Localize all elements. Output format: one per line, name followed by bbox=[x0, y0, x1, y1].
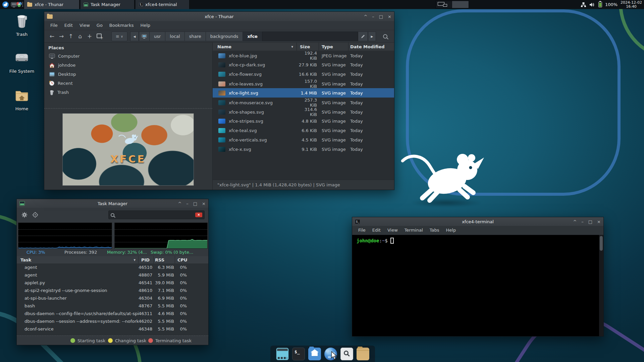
path-scroll-right-icon[interactable]: ▶ bbox=[368, 32, 376, 41]
scrollbar-thumb[interactable] bbox=[600, 236, 603, 251]
menu-item-help[interactable]: Help bbox=[443, 226, 460, 235]
breadcrumb-xfce[interactable]: xfce bbox=[243, 32, 262, 41]
place-desktop[interactable]: Desktop bbox=[44, 70, 212, 79]
dock-home-icon[interactable] bbox=[308, 348, 321, 360]
file-row-xfce-blue-jpg[interactable]: xfce-blue.jpg192.4 KiBJPEG imageToday bbox=[213, 51, 394, 60]
workspace-switcher[interactable] bbox=[435, 1, 469, 8]
close-icon[interactable]: × bbox=[202, 201, 206, 206]
column-header-name[interactable]: Name ▾ bbox=[213, 43, 297, 51]
process-row-at-spi2-registryd-use-gnome-se[interactable]: at-spi2-registryd --use-gnome-session486… bbox=[17, 287, 208, 294]
file-row-xfce-verticals-svg[interactable]: xfce-verticals.svg4.5 KiBSVG imageToday bbox=[213, 135, 394, 144]
close-icon[interactable]: × bbox=[597, 219, 601, 224]
file-row-xfce-mouserace-svg[interactable]: xfce-mouserace.svg257.3 KiBSVG imageToda… bbox=[213, 98, 394, 107]
dock-file-manager-icon[interactable] bbox=[357, 348, 369, 360]
maximize-icon[interactable]: □ bbox=[193, 201, 197, 206]
column-header-cpu[interactable]: CPU bbox=[175, 256, 208, 263]
taskbar-button-taskmanager[interactable]: Task Manager bbox=[80, 0, 135, 9]
process-row-at-spi-bus-launcher[interactable]: at-spi-bus-launcher463046.9 MiB0% bbox=[17, 294, 208, 302]
taskbar-button-thunar[interactable]: xfce - Thunar bbox=[24, 0, 79, 9]
file-row-xfce-teal-svg[interactable]: xfce-teal.svg6.6 KiBSVG imageToday bbox=[213, 126, 394, 135]
settings-launcher-icon[interactable] bbox=[15, 1, 22, 8]
process-row-dbus-daemon-config-file-usr-sh[interactable]: dbus-daemon --config-file=/usr/share/def… bbox=[17, 310, 208, 317]
breadcrumb-backgrounds[interactable]: backgrounds bbox=[206, 32, 243, 41]
terminal-screen[interactable]: john@doe : ~ $ bbox=[352, 235, 603, 336]
dock-search-icon[interactable] bbox=[340, 348, 353, 360]
process-row-dconf-service[interactable]: dconf-service463485.5 MiB0% bbox=[17, 325, 208, 333]
minimize-icon[interactable]: – bbox=[186, 201, 189, 206]
volume-icon[interactable] bbox=[589, 2, 595, 7]
file-row-xfce-stripes-svg[interactable]: xfce-stripes.svg4.8 KiBSVG imageToday bbox=[213, 116, 394, 126]
file-row-xfce-leaves-svg[interactable]: xfce-leaves.svg157.0 KiBSVG imageToday bbox=[213, 79, 394, 88]
gear-icon[interactable] bbox=[21, 212, 28, 218]
column-header-task[interactable]: Task ▾ bbox=[17, 256, 139, 263]
search-button[interactable] bbox=[379, 32, 391, 41]
target-icon[interactable] bbox=[32, 212, 38, 218]
dock-terminal-icon[interactable]: $_ bbox=[292, 348, 305, 360]
column-header-date[interactable]: Date Modified bbox=[348, 43, 394, 51]
up-icon[interactable]: ↑ bbox=[67, 33, 74, 40]
applications-menu-icon[interactable] bbox=[2, 1, 9, 8]
maximize-icon[interactable]: □ bbox=[379, 14, 383, 19]
menu-item-tabs[interactable]: Tabs bbox=[426, 226, 443, 235]
process-row-applet-py[interactable]: applet.py4654139.0 MiB0% bbox=[17, 279, 208, 287]
back-icon[interactable]: ← bbox=[48, 33, 56, 40]
process-search-field[interactable]: × bbox=[108, 210, 205, 219]
view-toggle-button[interactable]: ≡ ∨ bbox=[111, 32, 127, 41]
path-root-button[interactable] bbox=[139, 32, 150, 41]
rollup-icon[interactable]: ^ bbox=[178, 201, 181, 206]
menu-item-edit[interactable]: Edit bbox=[369, 226, 384, 235]
file-row-xfce-x-svg[interactable]: xfce-x.svg9.1 KiBSVG imageToday bbox=[213, 144, 394, 154]
terminal-scrollbar[interactable] bbox=[599, 235, 603, 336]
column-header-rss[interactable]: RSS bbox=[154, 256, 175, 263]
file-row-xfce-light-svg[interactable]: xfce-light.svg1.4 MiBSVG imageToday bbox=[213, 88, 394, 98]
new-tab-icon[interactable]: + bbox=[86, 33, 93, 40]
menu-item-go[interactable]: Go bbox=[93, 21, 106, 30]
menu-item-terminal[interactable]: Terminal bbox=[401, 226, 426, 235]
thunar-titlebar[interactable]: xfce - Thunar ^ – □ × bbox=[44, 12, 394, 21]
place-computer[interactable]: Computer bbox=[44, 52, 212, 61]
process-row-agent[interactable]: agent465106.3 MiB0% bbox=[17, 263, 208, 271]
place-trash[interactable]: Trash bbox=[44, 88, 212, 97]
workspace-1[interactable] bbox=[436, 1, 452, 8]
forward-icon[interactable]: → bbox=[58, 33, 65, 40]
desktop-icon-filesystem[interactable]: File System bbox=[4, 50, 39, 74]
workspace-2[interactable] bbox=[452, 1, 469, 8]
place-recent[interactable]: Recent bbox=[44, 79, 212, 88]
breadcrumb-share[interactable]: share bbox=[185, 32, 206, 41]
terminal-titlebar[interactable]: $_ xfce4-terminal ^ – □ × bbox=[352, 217, 603, 226]
menu-item-view[interactable]: View bbox=[76, 21, 93, 30]
taskbar-button-terminal[interactable]: $_ xfce4-terminal bbox=[136, 0, 190, 9]
edit-path-button[interactable] bbox=[358, 32, 368, 41]
menu-item-file[interactable]: File bbox=[355, 226, 369, 235]
process-row-agent[interactable]: agent488075.9 MiB0% bbox=[17, 271, 208, 279]
taskmanager-titlebar[interactable]: Task Manager ^ – □ × bbox=[17, 199, 208, 208]
process-row-dbus-daemon-session-address-sy[interactable]: dbus-daemon --session --address=systemd:… bbox=[17, 317, 208, 325]
rollup-icon[interactable]: ^ bbox=[573, 219, 577, 224]
dock-show-desktop-icon[interactable] bbox=[276, 348, 289, 360]
minimize-icon[interactable]: – bbox=[372, 14, 374, 19]
clear-search-icon[interactable]: × bbox=[195, 213, 202, 217]
place-home[interactable]: johndoe bbox=[44, 61, 212, 70]
panel-clock[interactable]: 2024-12-02 16:40 bbox=[621, 1, 642, 9]
search-input[interactable] bbox=[116, 213, 193, 218]
menu-item-file[interactable]: File bbox=[47, 21, 61, 30]
desktop-icon-trash[interactable]: Trash bbox=[4, 13, 39, 37]
network-icon[interactable] bbox=[581, 2, 586, 7]
breadcrumb-usr[interactable]: usr bbox=[150, 32, 165, 41]
breadcrumb-local[interactable]: local bbox=[165, 32, 184, 41]
menu-item-help[interactable]: Help bbox=[137, 21, 154, 30]
new-window-icon[interactable] bbox=[97, 34, 102, 38]
menu-item-bookmarks[interactable]: Bookmarks bbox=[106, 21, 137, 30]
home-icon[interactable]: ⌂ bbox=[76, 33, 84, 40]
battery-icon[interactable] bbox=[598, 2, 602, 7]
menu-item-view[interactable]: View bbox=[384, 226, 401, 235]
column-header-size[interactable]: Size bbox=[297, 43, 319, 51]
file-row-xfce-flower-svg[interactable]: xfce-flower.svg16.6 KiBSVG imageToday bbox=[213, 69, 394, 79]
menu-item-edit[interactable]: Edit bbox=[61, 21, 76, 30]
column-header-pid[interactable]: PID bbox=[139, 256, 154, 263]
file-row-xfce-shapes-svg[interactable]: xfce-shapes.svg314.6 KiBSVG imageToday bbox=[213, 107, 394, 116]
path-bar-filler[interactable] bbox=[262, 32, 358, 41]
close-icon[interactable]: × bbox=[388, 14, 391, 19]
desktop-icon-home[interactable]: Home bbox=[4, 87, 39, 111]
rollup-icon[interactable]: ^ bbox=[364, 14, 367, 19]
